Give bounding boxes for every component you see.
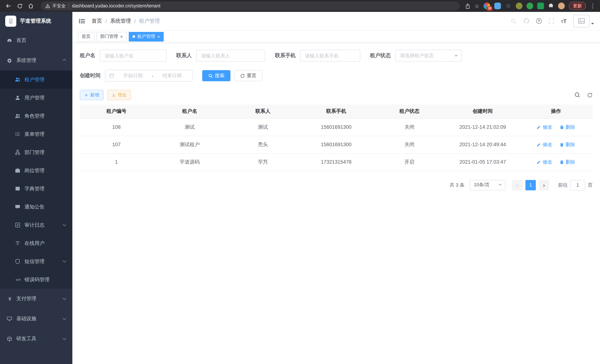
browser-update-button[interactable]: 更新 <box>569 2 586 10</box>
search-button[interactable]: 搜索 <box>202 70 230 81</box>
sidebar-item-audit-log[interactable]: 审计日志 <box>0 216 72 234</box>
sidebar-item-tenant[interactable]: 租户管理 <box>0 71 72 89</box>
extension-icon-4[interactable] <box>516 3 523 9</box>
hide-search-icon[interactable] <box>574 92 580 98</box>
edit-link[interactable]: 修改 <box>537 124 552 131</box>
breadcrumb-system[interactable]: 系统管理 <box>110 18 131 24</box>
breadcrumb-tenant: 租户管理 <box>139 18 160 24</box>
sidebar-item-error-code[interactable]: </> 错误码管理 <box>0 271 72 289</box>
caret-down-icon <box>591 23 594 26</box>
help-icon[interactable]: ? <box>536 18 542 24</box>
range-separator: - <box>152 73 153 78</box>
status-select[interactable]: 请选择租户状态 <box>395 50 462 62</box>
extension-icon-3[interactable] <box>505 3 512 9</box>
phone-input[interactable] <box>300 50 360 62</box>
sidebar-item-dict[interactable]: 字典管理 <box>0 180 72 198</box>
bookmark-star-icon[interactable]: ☆ <box>474 3 479 9</box>
fullscreen-icon[interactable] <box>548 18 554 24</box>
sidebar-item-payment[interactable]: ¥ 支付管理 <box>0 289 72 309</box>
sidebar-toggle-icon[interactable] <box>78 17 86 25</box>
cell-contact: 测试 <box>226 118 300 136</box>
close-icon[interactable]: × <box>157 34 160 39</box>
sidebar-item-post[interactable]: 岗位管理 <box>0 161 72 180</box>
share-icon[interactable] <box>465 3 470 9</box>
sidebar-item-online-users[interactable]: 在线用户 <box>0 234 72 252</box>
tab-dept[interactable]: 部门管理 × <box>96 32 127 41</box>
filter-row-2: 创建时间 开始日期 - 结束日期 搜索 重置 <box>80 70 593 82</box>
cell-phone: 15601691300 <box>300 136 373 153</box>
delete-link[interactable]: 删除 <box>560 159 575 165</box>
delete-link[interactable]: 删除 <box>560 141 575 148</box>
reset-button[interactable]: 重置 <box>234 70 262 81</box>
edit-link[interactable]: 修改 <box>537 141 552 148</box>
address-bar[interactable]: 不安全 dashboard.yudao.iocoder.cn/system/te… <box>41 1 459 10</box>
sidebar-item-role[interactable]: 角色管理 <box>0 107 72 125</box>
page-1-button[interactable]: 1 <box>525 180 536 190</box>
url-text[interactable]: dashboard.yudao.iocoder.cn/system/tenant <box>72 3 160 9</box>
refresh-table-icon[interactable] <box>587 92 593 98</box>
breadcrumb-separator: / <box>134 18 136 24</box>
tenant-name-input[interactable] <box>100 50 167 62</box>
goto-unit: 页 <box>588 182 593 188</box>
app-logo[interactable]: 芋道管理系统 <box>0 12 72 30</box>
end-date-placeholder[interactable]: 结束日期 <box>155 72 188 79</box>
font-size-icon[interactable]: TT <box>561 18 567 24</box>
reload-icon[interactable] <box>15 1 25 11</box>
trash-icon <box>560 160 564 164</box>
code-icon: </> <box>15 278 21 281</box>
next-page-button[interactable]: › <box>539 180 549 190</box>
edit-link[interactable]: 修改 <box>537 159 552 165</box>
col-tenant-id: 租户编号 <box>80 105 153 118</box>
sidebar-item-notice[interactable]: 通知公告 <box>0 198 72 216</box>
gear-icon <box>7 58 12 63</box>
browser-menu-icon[interactable]: ⋮ <box>590 3 596 9</box>
close-icon[interactable]: × <box>120 34 123 39</box>
user-avatar[interactable] <box>573 15 594 27</box>
plus-icon <box>84 93 88 97</box>
contact-input[interactable] <box>196 50 265 62</box>
sidebar-item-menu[interactable]: 菜单管理 <box>0 125 72 143</box>
tab-tenant[interactable]: 租户管理 × <box>129 32 164 41</box>
extensions-puzzle-icon[interactable] <box>548 3 554 9</box>
tenant-name-label: 租户名 <box>80 52 95 59</box>
cell-status: 关闭 <box>373 118 446 136</box>
header-search-icon[interactable] <box>510 18 516 24</box>
browser-profile-avatar[interactable] <box>558 3 565 9</box>
goto-page-input[interactable] <box>570 180 585 190</box>
export-button[interactable]: 导出 <box>107 90 131 100</box>
extension-icon-1[interactable]: 10 <box>484 3 490 9</box>
sidebar-item-home[interactable]: 首页 <box>0 30 72 50</box>
extension-icon-2[interactable] <box>494 3 501 9</box>
sidebar-item-sms[interactable]: 短信管理 <box>0 252 72 271</box>
sidebar-item-user[interactable]: 用户管理 <box>0 89 72 107</box>
tab-home[interactable]: 首页 <box>78 32 94 41</box>
user-icon <box>15 95 20 101</box>
cell-status: 关闭 <box>373 136 446 153</box>
chevron-down-icon <box>63 259 66 262</box>
chevron-down-icon <box>454 55 458 58</box>
delete-link[interactable]: 删除 <box>560 124 575 131</box>
sidebar-item-dev-tools[interactable]: 研发工具 <box>0 329 72 349</box>
prev-page-button[interactable]: ‹ <box>512 180 523 190</box>
book-icon <box>15 186 20 191</box>
filter-status: 租户状态 请选择租户状态 <box>370 50 462 62</box>
breadcrumb-home[interactable]: 首页 <box>92 18 102 24</box>
home-icon[interactable] <box>26 1 36 11</box>
sidebar-item-dept[interactable]: 部门管理 <box>0 143 72 161</box>
github-icon[interactable] <box>523 18 529 24</box>
pencil-icon <box>537 125 541 129</box>
start-date-placeholder[interactable]: 开始日期 <box>116 72 150 79</box>
add-button[interactable]: 新增 <box>80 90 103 100</box>
sidebar-item-infrastructure[interactable]: 基础设施 <box>0 309 72 329</box>
extension-icon-6[interactable] <box>537 3 544 9</box>
page-size-select[interactable]: 10条/页 <box>470 180 505 190</box>
date-range-picker[interactable]: 开始日期 - 结束日期 <box>105 70 193 82</box>
security-chip[interactable]: 不安全 <box>45 3 66 9</box>
back-icon[interactable] <box>4 1 13 11</box>
filter-phone: 联系手机 <box>275 50 360 62</box>
calendar-icon <box>109 73 114 78</box>
cell-created: 2021-12-14 21:02:09 <box>446 118 519 136</box>
extension-icon-5[interactable] <box>526 3 533 9</box>
col-contact: 联系人 <box>226 105 300 118</box>
sidebar-item-system[interactable]: 系统管理 <box>0 50 72 71</box>
